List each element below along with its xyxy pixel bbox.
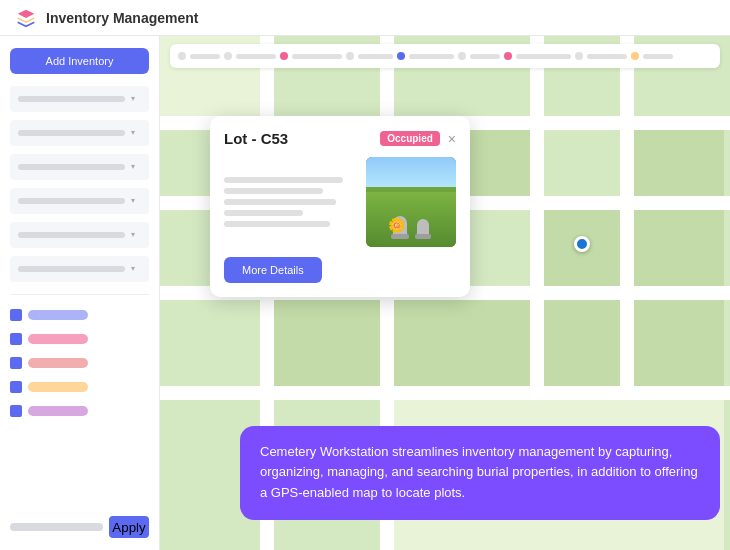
checkbox-inactive[interactable] bbox=[10, 405, 22, 417]
header-title: Inventory Management bbox=[46, 10, 198, 26]
map-block-10 bbox=[634, 300, 724, 386]
filter-bar-6 bbox=[18, 266, 125, 272]
chevron-down-icon-5: ▾ bbox=[131, 230, 141, 240]
plot-image: 🌼 bbox=[366, 157, 456, 247]
toolbar-dot-8 bbox=[575, 52, 583, 60]
filter-bar-5 bbox=[18, 232, 125, 238]
popup-lines bbox=[224, 157, 356, 247]
toolbar-dot-9 bbox=[631, 52, 639, 60]
sidebar-filter-6[interactable]: ▾ bbox=[10, 256, 149, 282]
sidebar-filter-1[interactable]: ▾ bbox=[10, 86, 149, 112]
filter-bar-4 bbox=[18, 198, 125, 204]
popup-header-right: Occupied × bbox=[380, 131, 456, 146]
popup-line-3 bbox=[224, 199, 336, 205]
label-reserved bbox=[28, 358, 88, 368]
chevron-down-icon-3: ▾ bbox=[131, 162, 141, 172]
map-block-9 bbox=[544, 300, 620, 386]
sidebar-filter-5[interactable]: ▾ bbox=[10, 222, 149, 248]
chevron-down-icon-1: ▾ bbox=[131, 94, 141, 104]
toolbar-bar-4 bbox=[358, 54, 393, 59]
toolbar-bar-9 bbox=[643, 54, 673, 59]
sidebar-filter-4[interactable]: ▾ bbox=[10, 188, 149, 214]
chevron-down-icon-6: ▾ bbox=[131, 264, 141, 274]
grave-2 bbox=[415, 219, 431, 239]
popup-line-5 bbox=[224, 221, 330, 227]
road-h4 bbox=[160, 386, 730, 400]
grave-stone-2 bbox=[417, 219, 429, 234]
toolbar-dot-1 bbox=[178, 52, 186, 60]
toolbar-dot-3 bbox=[280, 52, 288, 60]
apply-button[interactable]: Apply bbox=[109, 516, 149, 538]
toolbar-bar-3 bbox=[292, 54, 342, 59]
chevron-down-icon-2: ▾ bbox=[131, 128, 141, 138]
info-tooltip-text: Cemetery Workstation streamlines invento… bbox=[260, 442, 700, 504]
label-occupied bbox=[28, 334, 88, 344]
toolbar-dot-4 bbox=[346, 52, 354, 60]
legend-item-4 bbox=[10, 381, 149, 393]
map-block-6 bbox=[634, 210, 724, 286]
toolbar-dot-7 bbox=[504, 52, 512, 60]
legend-item-1 bbox=[10, 309, 149, 321]
toolbar-bar-8 bbox=[587, 54, 627, 59]
sidebar-bottom: Apply bbox=[10, 516, 149, 538]
label-available bbox=[28, 310, 88, 320]
checkbox-occupied[interactable] bbox=[10, 333, 22, 345]
more-details-button[interactable]: More Details bbox=[224, 257, 322, 283]
checkbox-pending[interactable] bbox=[10, 381, 22, 393]
popup-header: Lot - C53 Occupied × bbox=[224, 130, 456, 147]
plot-image-inner: 🌼 bbox=[366, 157, 456, 247]
grave-base-1 bbox=[391, 234, 409, 239]
map-block-3 bbox=[634, 130, 724, 196]
chevron-down-icon-4: ▾ bbox=[131, 196, 141, 206]
popup-card: Lot - C53 Occupied × bbox=[210, 116, 470, 297]
filter-bar-3 bbox=[18, 164, 125, 170]
sidebar: Add Inventory ▾ ▾ ▾ ▾ ▾ ▾ bbox=[0, 36, 160, 550]
toolbar-bar-2 bbox=[236, 54, 276, 59]
close-icon[interactable]: × bbox=[448, 132, 456, 146]
main-layout: Add Inventory ▾ ▾ ▾ ▾ ▾ ▾ bbox=[0, 36, 730, 550]
map-block-7 bbox=[274, 300, 380, 386]
map-area[interactable]: Lot - C53 Occupied × bbox=[160, 36, 730, 550]
toolbar-bar-6 bbox=[470, 54, 500, 59]
toolbar-bar-5 bbox=[409, 54, 454, 59]
legend-item-3 bbox=[10, 357, 149, 369]
app-logo bbox=[16, 8, 36, 28]
add-inventory-button[interactable]: Add Inventory bbox=[10, 48, 149, 74]
checkbox-available[interactable] bbox=[10, 309, 22, 321]
graves bbox=[366, 157, 456, 247]
flower-decoration: 🌼 bbox=[388, 217, 405, 233]
filter-bar-1 bbox=[18, 96, 125, 102]
filter-bar-2 bbox=[18, 130, 125, 136]
checkbox-reserved[interactable] bbox=[10, 357, 22, 369]
toolbar-dot-2 bbox=[224, 52, 232, 60]
popup-line-2 bbox=[224, 188, 323, 194]
label-inactive bbox=[28, 406, 88, 416]
status-badge: Occupied bbox=[380, 131, 440, 146]
popup-body: 🌼 bbox=[224, 157, 456, 247]
sidebar-divider bbox=[10, 294, 149, 295]
toolbar-dot-5 bbox=[397, 52, 405, 60]
legend-item-5 bbox=[10, 405, 149, 417]
toolbar-bar-1 bbox=[190, 54, 220, 59]
popup-line-4 bbox=[224, 210, 303, 216]
sidebar-filter-2[interactable]: ▾ bbox=[10, 120, 149, 146]
legend-item-2 bbox=[10, 333, 149, 345]
info-tooltip: Cemetery Workstation streamlines invento… bbox=[240, 426, 720, 520]
map-marker[interactable] bbox=[574, 236, 590, 252]
toolbar-dot-6 bbox=[458, 52, 466, 60]
label-pending bbox=[28, 382, 88, 392]
popup-title: Lot - C53 bbox=[224, 130, 288, 147]
popup-footer: More Details bbox=[224, 257, 456, 283]
map-block-8 bbox=[394, 300, 530, 386]
sidebar-filter-3[interactable]: ▾ bbox=[10, 154, 149, 180]
map-toolbar bbox=[170, 44, 720, 68]
grave-base-2 bbox=[415, 234, 431, 239]
popup-line-1 bbox=[224, 177, 343, 183]
app-header: Inventory Management bbox=[0, 0, 730, 36]
toolbar-bar-7 bbox=[516, 54, 571, 59]
bottom-bar bbox=[10, 523, 103, 531]
